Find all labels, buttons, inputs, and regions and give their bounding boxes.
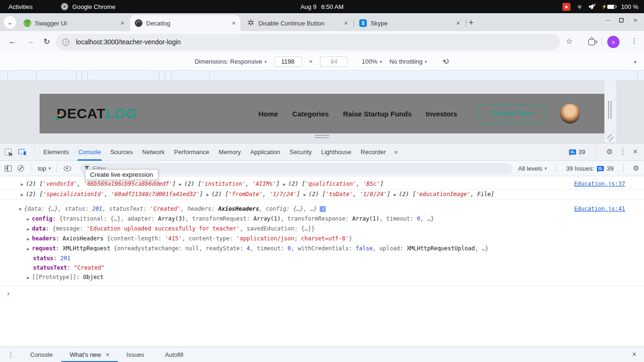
extensions-icon[interactable] xyxy=(588,39,595,45)
drawer-close-icon[interactable]: × xyxy=(632,350,636,359)
zoom-dropdown[interactable]: 100%▾ xyxy=(362,58,382,65)
console-row[interactable]: ▶ [[Prototype]]: Object xyxy=(0,272,644,286)
expand-triangle-icon[interactable]: ▶ xyxy=(206,192,212,197)
console-row[interactable]: ▶ (2) ['vendorId', '66b569a196cb95ca8b6d… xyxy=(0,179,644,189)
tab-search-button[interactable]: ⌄ xyxy=(4,16,16,28)
console-row[interactable]: ▼ {data: {…}, status: 201, statusText: '… xyxy=(0,204,644,214)
nav-link-raise-startup-funds[interactable]: Raise Startup Funds xyxy=(343,110,412,118)
expand-triangle-icon[interactable]: ▶ xyxy=(27,247,32,251)
drawer-tab-whats-new[interactable]: What's new× xyxy=(61,347,118,362)
expand-triangle-icon[interactable]: ▶ xyxy=(21,182,26,187)
profile-avatar[interactable]: s xyxy=(607,36,619,48)
nav-link-home[interactable]: Home xyxy=(258,110,278,118)
tab-close-icon[interactable]: × xyxy=(121,19,124,27)
forward-button[interactable]: → xyxy=(26,37,34,46)
address-bar[interactable]: i localhost:3000/teacher-vendor-login xyxy=(56,34,560,50)
viewport-width-drag-handle[interactable] xyxy=(608,101,611,119)
rotate-viewport-icon[interactable]: ↻ xyxy=(441,56,451,67)
tab-close-icon[interactable]: × xyxy=(232,19,236,27)
more-tabs-icon[interactable]: » xyxy=(390,148,402,156)
devtools-close-icon[interactable]: × xyxy=(633,148,637,156)
user-avatar-photo[interactable] xyxy=(560,104,580,123)
focused-app-name[interactable]: Google Chrome xyxy=(72,3,116,10)
source-location-link[interactable]: Education.js:37 xyxy=(574,179,625,189)
expand-triangle-icon[interactable]: ▶ xyxy=(27,217,32,222)
nav-link-investors[interactable]: Investors xyxy=(426,110,457,118)
expand-triangle-icon[interactable]: ▶ xyxy=(27,227,32,231)
clock[interactable]: Aug 9 6:50 AM xyxy=(300,3,344,10)
expand-triangle-icon[interactable]: ▶ xyxy=(27,275,32,280)
site-info-icon[interactable]: i xyxy=(62,39,69,46)
console-row[interactable]: ▶ data: {message: 'Education uploaded su… xyxy=(0,224,644,234)
console-row[interactable]: ▶ config: {transitional: {…}, adapter: A… xyxy=(0,214,644,224)
expand-triangle-icon[interactable]: ▶ xyxy=(304,192,309,197)
expand-triangle-icon[interactable]: ▶ xyxy=(21,192,26,197)
console-prompt[interactable]: › xyxy=(0,289,644,298)
drawer-tab-close-icon[interactable]: × xyxy=(106,351,110,358)
drawer-tab-issues[interactable]: Issues xyxy=(118,347,153,362)
drawer-menu-icon[interactable]: ⋮ xyxy=(8,351,14,358)
throttling-dropdown[interactable]: No throttling▾ xyxy=(389,58,427,65)
viewport-width-input[interactable] xyxy=(274,57,302,67)
console-row[interactable]: statusText: "Created" xyxy=(0,263,644,272)
tab-swagger-ui[interactable]: {…} Swagger UI × xyxy=(19,15,129,31)
devtools-menu-icon[interactable]: ⋮ xyxy=(619,148,627,156)
new-tab-button[interactable]: + xyxy=(469,18,474,28)
expand-triangle-icon[interactable]: ▶ xyxy=(179,182,184,187)
device-toolbar-toggle-icon[interactable] xyxy=(18,148,26,155)
console-settings-icon[interactable]: ⚙ xyxy=(633,164,639,173)
site-logo[interactable]: DECATLOG xyxy=(57,106,137,122)
devtools-settings-icon[interactable]: ⚙ xyxy=(606,148,612,156)
console-row[interactable]: ▶ (2) ['specializationId', '60adf21348c7… xyxy=(0,189,644,200)
drawer-tab-autofill[interactable]: Autofill xyxy=(157,347,192,362)
tab-close-icon[interactable]: × xyxy=(456,19,460,27)
viewport-corner-resize-handle[interactable] xyxy=(606,136,614,141)
tab-recorder[interactable]: Recorder xyxy=(356,143,390,161)
tab-performance[interactable]: Performance xyxy=(169,143,214,161)
issues-counter[interactable]: 39 Issues:39 xyxy=(566,165,614,172)
log-levels-dropdown[interactable]: All levels▾ xyxy=(518,165,547,172)
console-row[interactable]: ▶ headers: AxiosHeaders {content-length:… xyxy=(0,234,644,244)
reload-button[interactable]: ↻ xyxy=(43,37,50,47)
dimensions-dropdown[interactable]: Dimensions: Responsive▾ xyxy=(195,58,267,65)
inspect-element-icon[interactable] xyxy=(5,148,12,156)
console-messages-count[interactable]: 39 xyxy=(569,148,585,156)
devicebar-more-chevron-icon[interactable]: ▾ xyxy=(634,59,636,65)
tab-elements[interactable]: Elements xyxy=(39,143,74,161)
tab-decatlog[interactable]: Decatlog × xyxy=(130,15,240,31)
tab-security[interactable]: Security xyxy=(285,143,316,161)
tab-application[interactable]: Application xyxy=(246,143,285,161)
expand-triangle-icon[interactable]: ▶ xyxy=(283,182,288,187)
tab-disable-continue-button[interactable]: Disable Continue Button × xyxy=(242,15,353,31)
nav-link-categories[interactable]: Categories xyxy=(292,110,329,118)
console-sidebar-icon[interactable] xyxy=(5,165,12,172)
media-query-bar[interactable] xyxy=(0,71,644,80)
expand-triangle-icon[interactable]: ▶ xyxy=(394,192,399,197)
minimize-button[interactable]: – xyxy=(606,16,610,24)
expand-triangle-icon[interactable]: ▼ xyxy=(19,207,24,212)
tab-network[interactable]: Network xyxy=(138,143,170,161)
tab-console[interactable]: Console xyxy=(74,143,106,161)
system-tray[interactable]: ◆ ⚡ 100 % xyxy=(562,3,638,11)
clear-console-icon[interactable] xyxy=(17,165,24,172)
console-row[interactable]: ▶ request: XMLHttpRequest {onreadystatec… xyxy=(0,244,644,254)
console-row[interactable]: status: 201 xyxy=(0,254,644,263)
window-close-button[interactable]: × xyxy=(633,16,637,24)
activities-button[interactable]: Activities xyxy=(8,3,33,10)
restore-button[interactable] xyxy=(619,18,624,23)
drawer-tab-console[interactable]: Console xyxy=(22,347,61,362)
url-text[interactable]: localhost:3000/teacher-vendor-login xyxy=(76,38,181,46)
create-live-expression-icon[interactable] xyxy=(64,166,71,171)
bookmark-star-icon[interactable]: ☆ xyxy=(566,37,572,46)
viewport-height-drag-handle[interactable] xyxy=(315,135,329,140)
source-location-link[interactable]: Education.js:41 xyxy=(574,204,625,214)
donate-now-button[interactable]: Donate Now xyxy=(478,104,546,123)
tab-memory[interactable]: Memory xyxy=(214,143,246,161)
tab-skype[interactable]: S Skype × xyxy=(355,15,465,31)
back-button[interactable]: ← xyxy=(8,37,17,46)
expand-triangle-icon[interactable]: ▶ xyxy=(27,237,32,241)
viewport-height-input[interactable] xyxy=(320,57,347,67)
browser-menu-icon[interactable]: ⋮ xyxy=(631,37,638,45)
tab-close-icon[interactable]: × xyxy=(344,19,348,27)
execution-context-dropdown[interactable]: top▾ xyxy=(38,165,51,172)
